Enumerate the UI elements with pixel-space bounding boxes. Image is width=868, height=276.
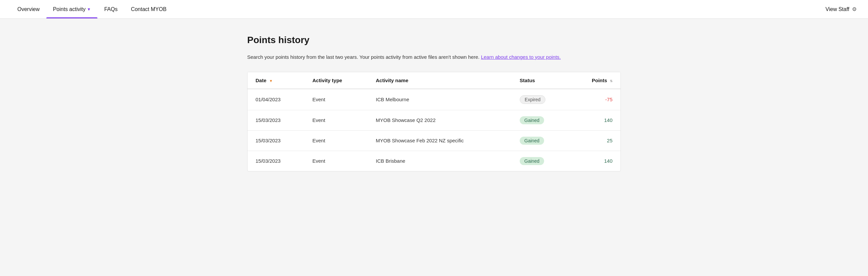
sort-active-icon: ▼ [269,79,273,83]
nav-item-overview[interactable]: Overview [11,0,46,18]
points-value: 140 [604,117,613,123]
col-header-points[interactable]: Points ⇅ [570,72,620,89]
points-value: 25 [607,138,613,143]
nav-item-points-activity[interactable]: Points activity ▼ [46,0,98,18]
cell-activity-name: ICB Melbourne [368,89,512,110]
table-row: 01/04/2023 Event ICB Melbourne Expired -… [248,89,620,110]
nav-item-contact-myob-label: Contact MYOB [131,6,166,12]
table-row: 15/03/2023 Event MYOB Showcase Q2 2022 G… [248,110,620,130]
cell-activity-type: Event [304,89,368,110]
cell-date: 15/03/2023 [248,130,304,151]
points-table-container: Date ▼ Activity type Activity name Statu… [247,72,621,171]
cell-points: -75 [570,89,620,110]
page-title: Points history [247,35,621,46]
status-badge: Expired [520,95,546,104]
col-points-label: Points [592,78,607,83]
table-row: 15/03/2023 Event ICB Brisbane Gained 140 [248,151,620,171]
col-activity-type-label: Activity type [312,78,342,83]
learn-more-link[interactable]: Learn about changes to your points. [481,54,561,60]
col-date-label: Date [255,78,267,83]
cell-activity-name: MYOB Showcase Q2 2022 [368,110,512,130]
cell-date: 15/03/2023 [248,151,304,171]
chevron-down-icon: ▼ [87,7,91,12]
status-badge: Gained [520,137,544,145]
cell-activity-name: ICB Brisbane [368,151,512,171]
status-badge: Gained [520,157,544,165]
main-content: Points history Search your points histor… [234,19,634,188]
nav-item-overview-label: Overview [17,6,40,12]
cell-status: Expired [512,89,570,110]
nav-right: View Staff ⚙ [826,6,857,12]
nav-item-points-activity-label: Points activity [53,6,86,12]
nav-item-faqs-label: FAQs [104,6,117,12]
cell-activity-type: Event [304,130,368,151]
description-body: Search your points history from the last… [247,54,480,60]
cell-activity-type: Event [304,151,368,171]
cell-points: 140 [570,151,620,171]
description-text: Search your points history from the last… [247,53,621,61]
cell-points: 25 [570,130,620,151]
table-header: Date ▼ Activity type Activity name Statu… [248,72,620,89]
table-body: 01/04/2023 Event ICB Melbourne Expired -… [248,89,620,171]
navigation-bar: Overview Points activity ▼ FAQs Contact … [0,0,868,19]
cell-activity-name: MYOB Showcase Feb 2022 NZ specific [368,130,512,151]
cell-activity-type: Event [304,110,368,130]
nav-item-faqs[interactable]: FAQs [97,0,124,18]
view-staff-label: View Staff [826,6,849,12]
col-header-date[interactable]: Date ▼ [248,72,304,89]
gear-icon: ⚙ [851,6,857,12]
cell-status: Gained [512,130,570,151]
col-header-activity-name: Activity name [368,72,512,89]
col-activity-name-label: Activity name [376,78,408,83]
points-value: 140 [604,158,613,164]
cell-status: Gained [512,151,570,171]
view-staff-button[interactable]: View Staff ⚙ [826,6,857,12]
cell-date: 01/04/2023 [248,89,304,110]
status-badge: Gained [520,116,544,124]
cell-date: 15/03/2023 [248,110,304,130]
col-status-label: Status [520,78,535,83]
table-row: 15/03/2023 Event MYOB Showcase Feb 2022 … [248,130,620,151]
nav-items: Overview Points activity ▼ FAQs Contact … [11,0,173,18]
col-header-activity-type: Activity type [304,72,368,89]
col-header-status: Status [512,72,570,89]
cell-status: Gained [512,110,570,130]
cell-points: 140 [570,110,620,130]
nav-item-contact-myob[interactable]: Contact MYOB [124,0,173,18]
table-header-row: Date ▼ Activity type Activity name Statu… [248,72,620,89]
points-value: -75 [605,96,613,102]
sort-inactive-icon: ⇅ [610,79,613,83]
points-table: Date ▼ Activity type Activity name Statu… [248,72,620,171]
